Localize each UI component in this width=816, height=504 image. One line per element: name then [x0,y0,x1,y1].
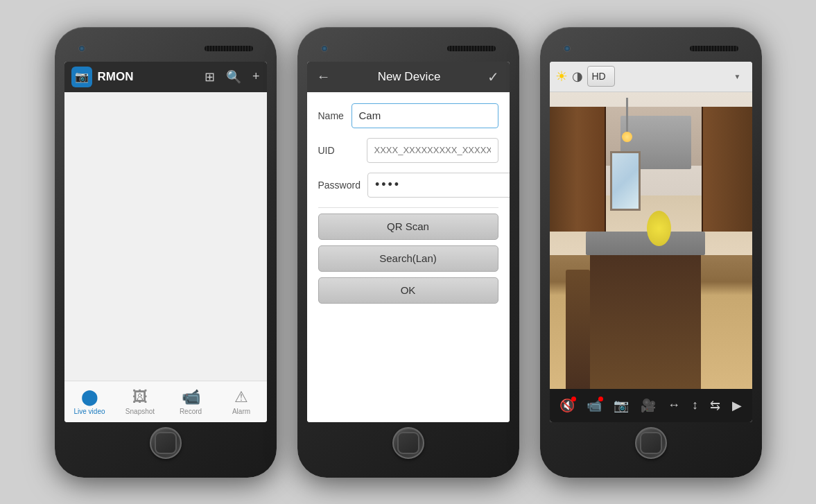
grid-icon[interactable]: ⊞ [205,69,215,85]
phone-2-top [307,41,510,56]
app-header: 📷 RMON ⊞ 🔍 + [64,62,267,92]
new-device-title: New Device [378,70,441,84]
password-input[interactable] [367,173,510,198]
name-row: Name [318,103,498,128]
name-input[interactable] [351,103,498,128]
home-button-inner-1 [155,432,177,454]
phone-3-screen: ☀ ◑ HD SD Low ▼ [550,62,752,422]
mute-button[interactable]: 🔇 [559,398,575,413]
tab-alarm[interactable]: ⚠ Alarm [216,388,267,415]
divider-1 [318,207,498,208]
kitchen-flowers [647,211,671,246]
quality-select[interactable]: HD SD Low [587,66,615,87]
alarm-icon: ⚠ [234,388,248,406]
speaker-2 [447,46,496,51]
move-h-button[interactable]: ↔ [668,398,680,412]
camera-controls: 🔇 📹 📷 🎥 ↔ ↕ ⇆ ▶ [550,389,752,422]
tab-snapshot[interactable]: 🖼 Snapshot [115,388,166,415]
contrast-icon[interactable]: ◑ [572,69,583,84]
phone-1-top [64,41,267,56]
home-button-inner-3 [640,432,662,454]
tab-live-label: Live video [73,408,105,415]
header-icons: ⊞ 🔍 + [205,69,260,85]
camera-header: ☀ ◑ HD SD Low ▼ [550,62,752,92]
new-device-header: ← New Device ✓ [307,62,510,92]
uid-label: UID [318,145,360,156]
camera-feed [550,92,752,389]
kitchen-light1 [626,98,628,142]
record-icon: 📹 [182,388,200,406]
snapshot-icon: 🖼 [132,388,148,406]
uid-input[interactable] [367,138,498,163]
tab-snapshot-label: Snapshot [125,408,155,415]
phone-3-bottom [550,422,752,464]
move-v-button[interactable]: ↕ [692,398,698,412]
tab-record-label: Record [180,408,202,415]
video-button[interactable]: 🎥 [641,398,656,413]
app-title: RMON [98,70,199,84]
kitchen-scene [550,92,752,389]
quality-select-wrapper: HD SD Low ▼ [587,66,747,87]
confirm-button[interactable]: ✓ [487,69,499,85]
ok-button[interactable]: OK [318,277,498,304]
chevron-down-icon: ▼ [734,73,741,80]
camera-icon: 📷 [75,70,89,83]
kitchen-cabinet-right [702,107,752,232]
kitchen-cabinet-left [550,107,607,232]
tab-live-video[interactable]: ⬤ Live video [64,388,115,415]
front-camera-1 [78,45,85,52]
phone-2: ← New Device ✓ Name UID Password [297,27,519,478]
app-logo: 📷 [71,67,92,87]
home-button-1[interactable] [150,427,182,459]
uid-row: UID [318,138,498,163]
new-device-form: Name UID Password QR Scan [307,92,510,422]
phone-3: ☀ ◑ HD SD Low ▼ [540,27,762,478]
speaker-1 [205,46,253,51]
home-button-2[interactable] [392,427,424,459]
brightness-icon[interactable]: ☀ [555,68,568,85]
flip-button[interactable]: ⇆ [710,398,720,413]
kitchen-island [590,241,702,389]
back-button[interactable]: ← [317,69,331,85]
name-label: Name [318,110,345,121]
snapshot-button[interactable]: 📷 [614,398,629,413]
home-button-3[interactable] [635,427,667,459]
phone-1: 📷 RMON ⊞ 🔍 + ⬤ Live video 🖼 Sn [55,27,277,478]
kitchen-stool [566,270,590,388]
tab-record[interactable]: 📹 Record [166,388,216,415]
front-camera-2 [321,45,328,52]
tab-alarm-label: Alarm [232,408,250,415]
front-camera-3 [564,45,571,52]
phones-container: 📷 RMON ⊞ 🔍 + ⬤ Live video 🖼 Sn [55,27,762,478]
kitchen-window [610,151,641,211]
live-video-icon: ⬤ [81,388,98,406]
password-row: Password [318,173,498,198]
add-icon[interactable]: + [252,69,260,84]
phone-2-screen: ← New Device ✓ Name UID Password [307,62,510,422]
phone-1-bottom [64,422,267,464]
phone-2-bottom [307,422,510,464]
password-label: Password [318,180,361,191]
search-icon[interactable]: 🔍 [226,69,241,85]
phone-1-screen: 📷 RMON ⊞ 🔍 + ⬤ Live video 🖼 Sn [64,62,267,422]
phone-3-top [550,41,752,56]
record-button[interactable]: 📹 [587,398,602,413]
speaker-3 [690,46,738,51]
home-button-inner-2 [397,432,419,454]
search-lan-button[interactable]: Search(Lan) [318,245,498,272]
qr-scan-button[interactable]: QR Scan [318,214,498,240]
kitchen-island-top [586,232,705,255]
app-content [64,92,267,381]
send-button[interactable]: ▶ [732,398,742,413]
tab-bar: ⬤ Live video 🖼 Snapshot 📹 Record ⚠ Alarm [64,381,267,422]
